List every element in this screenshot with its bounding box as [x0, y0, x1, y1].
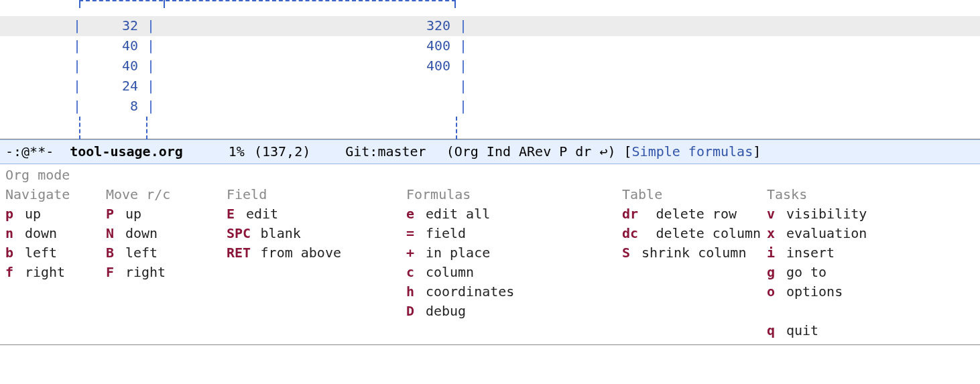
keybinding[interactable]: x evaluation — [767, 224, 867, 243]
key-desc: coordinates — [418, 283, 515, 300]
keybinding[interactable]: g go to — [767, 263, 867, 282]
modeline-vcs[interactable]: Git:master — [345, 142, 426, 162]
keybinding[interactable]: B left — [106, 243, 227, 263]
key: dr — [622, 204, 648, 224]
keybinding[interactable]: P up — [106, 204, 227, 224]
help-column-tasks: Tasksv visibilityx evaluationi insertg g… — [767, 185, 867, 340]
spacer — [767, 302, 867, 321]
key-desc: down — [17, 225, 57, 241]
help-column-head: Tasks — [767, 185, 867, 204]
key: F — [106, 263, 117, 282]
keybinding[interactable]: SPC blank — [227, 224, 406, 243]
table-pipe: | — [72, 36, 82, 56]
help-column-head: Formulas — [406, 185, 622, 204]
keybinding[interactable]: S shrink column — [622, 243, 767, 263]
table-pipe: | — [458, 76, 468, 97]
key-desc: down — [117, 225, 158, 241]
key-desc: right — [117, 264, 166, 280]
key: c — [406, 263, 418, 282]
table-cell[interactable]: 24 — [82, 76, 146, 97]
mode-line: -:@**- tool-usage.org 1% (137,2) Git:mas… — [0, 139, 980, 164]
key: E — [227, 204, 238, 224]
table-row[interactable]: |8|| — [0, 97, 980, 117]
table-bottom-border-mid — [146, 117, 147, 139]
key: h — [406, 282, 418, 302]
table-pipe: | — [72, 76, 82, 97]
keybinding[interactable]: i insert — [767, 243, 867, 263]
help-column-head: Move r/c — [106, 185, 227, 204]
key-desc: visibility — [778, 206, 867, 222]
table-cell[interactable]: 8 — [82, 97, 146, 117]
keybinding[interactable]: e edit all — [406, 204, 622, 224]
key: i — [767, 243, 778, 263]
row-indent — [0, 16, 72, 36]
help-column-move: Move r/cP upN downB leftF right — [106, 185, 227, 340]
keybinding[interactable]: D debug — [406, 302, 622, 321]
keybinding[interactable]: dr delete row — [622, 204, 767, 224]
key-desc: insert — [778, 245, 835, 261]
key: B — [106, 243, 117, 263]
table-cell[interactable]: 40 — [82, 36, 146, 56]
table-row[interactable]: |32|320| — [0, 16, 980, 36]
help-column-head: Table — [622, 185, 767, 204]
key-desc: in place — [418, 245, 490, 261]
keybinding[interactable]: N down — [106, 224, 227, 243]
key: + — [406, 243, 418, 263]
key-desc: column — [418, 264, 474, 280]
table-row[interactable]: |24|| — [0, 76, 980, 97]
modeline-position: (137,2) — [254, 142, 310, 162]
key-desc: shrink column — [633, 245, 747, 261]
keybinding[interactable]: dc delete column — [622, 224, 767, 243]
table-pipe: | — [72, 97, 82, 117]
keybinding[interactable]: n down — [5, 224, 106, 243]
row-indent — [0, 97, 72, 117]
key: = — [406, 224, 418, 243]
table-row[interactable]: |40|400| — [0, 56, 980, 76]
keybinding[interactable]: c column — [406, 263, 622, 282]
help-column-navigate: Navigatep upn downb leftf right — [5, 185, 106, 340]
org-table[interactable]: |32|320||40|400||40|400||24|||8|| — [0, 16, 980, 117]
keybinding[interactable]: b left — [5, 243, 106, 263]
keybinding[interactable]: o options — [767, 282, 867, 302]
modeline-percent: 1% — [229, 142, 245, 162]
table-pipe: | — [458, 16, 468, 36]
keybinding[interactable]: = field — [406, 224, 622, 243]
help-title: Org mode — [5, 166, 975, 185]
table-pipe: | — [146, 16, 156, 36]
table-row[interactable]: |40|400| — [0, 36, 980, 56]
key-desc: debug — [418, 303, 466, 319]
table-cell[interactable]: 400 — [156, 36, 458, 56]
table-cell[interactable]: 32 — [82, 16, 146, 36]
modeline-modes[interactable]: (Org Ind ARev P dr ↩) — [446, 142, 616, 162]
key: n — [5, 224, 17, 243]
table-col-divider — [164, 0, 165, 8]
help-column-head: Navigate — [5, 185, 106, 204]
key-desc: quit — [778, 322, 818, 338]
keybinding[interactable]: E edit — [227, 204, 406, 224]
keybinding[interactable]: q quit — [767, 321, 867, 340]
table-cell[interactable]: 400 — [156, 56, 458, 76]
table-cell[interactable]: 320 — [156, 16, 458, 36]
modeline-context[interactable]: [Simple formulas] — [624, 142, 761, 162]
row-indent — [0, 76, 72, 97]
keybinding[interactable]: h coordinates — [406, 282, 622, 302]
table-bottom-border-right — [456, 117, 457, 139]
keybinding[interactable]: f right — [5, 263, 106, 282]
table-cell[interactable] — [156, 97, 458, 117]
keybinding[interactable]: RET from above — [227, 243, 406, 263]
key: e — [406, 204, 418, 224]
table-cell[interactable]: 40 — [82, 56, 146, 76]
row-indent — [0, 36, 72, 56]
table-cell[interactable] — [156, 76, 458, 97]
key: S — [622, 243, 633, 263]
which-key-panel: Org mode Navigatep upn downb leftf right… — [0, 164, 980, 344]
keybinding[interactable]: F right — [106, 263, 227, 282]
key: f — [5, 263, 17, 282]
keybinding[interactable]: p up — [5, 204, 106, 224]
org-table-buffer[interactable]: |32|320||40|400||40|400||24|||8|| — [0, 0, 980, 139]
key: RET — [227, 243, 253, 263]
key-desc: left — [17, 245, 57, 261]
keybinding[interactable]: + in place — [406, 243, 622, 263]
modeline-filename[interactable]: tool-usage.org — [66, 142, 187, 162]
keybinding[interactable]: v visibility — [767, 204, 867, 224]
